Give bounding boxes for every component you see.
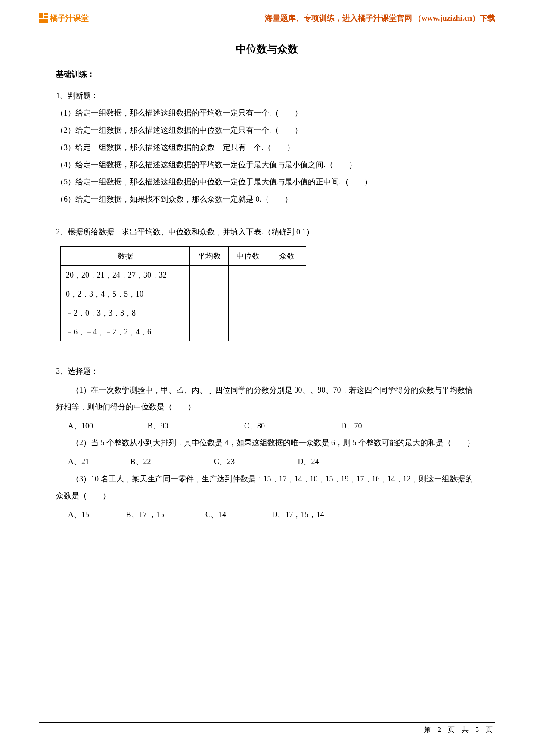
q1-intro: 1、判断题：: [56, 88, 478, 103]
q1-item-2: （2）给定一组数据，那么描述这组数据的中位数一定只有一个.（ ）: [56, 122, 478, 138]
th-median: 中位数: [229, 247, 267, 266]
cell-data: 0，2，3，4，5，5，10: [61, 284, 190, 303]
content-area: 中位数与众数 基础训练： 1、判断题： （1）给定一组数据，那么描述这组数据的平…: [56, 42, 478, 523]
cell-mean: [190, 322, 229, 341]
q2-table: 数据 平均数 中位数 众数 20，20，21，24，27，30，32 0，2，3…: [60, 246, 306, 341]
cell-mean: [190, 284, 229, 303]
opt-b: B、22: [130, 453, 212, 471]
q3-sub1-options: A、100 B、90 C、80 D、70: [56, 418, 478, 435]
cell-data: －6，－4，－2，2，4，6: [61, 322, 190, 341]
cell-mode: [267, 322, 306, 341]
svg-rect-1: [44, 13, 48, 15]
cell-median: [229, 322, 267, 341]
cell-median: [229, 284, 267, 303]
table-row: －2，0，3，3，3，8: [61, 303, 306, 322]
cell-mode: [267, 284, 306, 303]
q1-item-6: （6）给定一组数据，如果找不到众数，那么众数一定就是 0.（ ）: [56, 191, 478, 207]
opt-c: C、14: [205, 506, 270, 524]
q1-item-4: （4）给定一组数据，那么描述这组数据的平均数一定位于最大值与最小值之间.（ ）: [56, 157, 478, 172]
brand: 橘子汁课堂: [39, 13, 89, 23]
cell-median: [229, 303, 267, 322]
opt-d: D、70: [341, 418, 362, 435]
opt-b: B、17 ，15: [126, 506, 204, 524]
page-number: 第 2 页 共 5 页: [424, 726, 495, 733]
q1-item-3: （3）给定一组数据，那么描述这组数据的众数一定只有一个.（ ）: [56, 140, 478, 155]
q3-sub2-options: A、21 B、22 C、23 D、24: [56, 453, 478, 471]
th-data: 数据: [61, 247, 190, 266]
opt-c: C、80: [244, 418, 339, 435]
cell-data: 20，20，21，24，27，30，32: [61, 266, 190, 284]
opt-a: A、15: [68, 506, 124, 524]
page-footer: 第 2 页 共 5 页: [39, 722, 495, 734]
cell-median: [229, 266, 267, 284]
th-mean: 平均数: [190, 247, 229, 266]
logo-icon: [39, 13, 48, 23]
q3-intro: 3、选择题：: [56, 363, 478, 380]
q2-intro: 2、根据所给数据，求出平均数、中位数和众数，并填入下表.（精确到 0.1）: [56, 224, 478, 240]
cell-mean: [190, 303, 229, 322]
q3-sub1-text: （1）在一次数学测验中，甲、乙、丙、丁四位同学的分数分别是 90、、90、70，…: [56, 382, 478, 416]
q3-sub2-text: （2）当 5 个整数从小到大排列，其中位数是 4，如果这组数据的唯一众数是 6，…: [56, 434, 478, 452]
q1-item-5: （5）给定一组数据，那么描述这组数据的中位数一定位于最大值与最小值的正中间.（ …: [56, 174, 478, 190]
table-row: 0，2，3，4，5，5，10: [61, 284, 306, 303]
opt-b: B、90: [148, 418, 242, 435]
opt-d: D、17，15，14: [272, 506, 324, 524]
table-row: －6，－4，－2，2，4，6: [61, 322, 306, 341]
svg-rect-0: [39, 13, 43, 18]
table-row: 20，20，21，24，27，30，32: [61, 266, 306, 284]
q3-block: 3、选择题： （1）在一次数学测验中，甲、乙、丙、丁四位同学的分数分别是 90、…: [56, 363, 478, 523]
cell-mean: [190, 266, 229, 284]
cell-mode: [267, 266, 306, 284]
section-basic-label: 基础训练：: [56, 69, 478, 79]
page-title: 中位数与众数: [56, 42, 478, 56]
opt-a: A、21: [68, 453, 128, 471]
opt-a: A、100: [68, 418, 146, 435]
cell-mode: [267, 303, 306, 322]
opt-d: D、24: [298, 453, 319, 471]
header-right-text: 海量题库、专项训练，进入橘子汁课堂官网 （www.juzizhi.cn）下载: [265, 13, 496, 23]
cell-data: －2，0，3，3，3，8: [61, 303, 190, 322]
svg-rect-2: [44, 16, 48, 18]
brand-text: 橘子汁课堂: [50, 13, 89, 23]
svg-rect-3: [39, 19, 48, 23]
q3-sub3-text: （3）10 名工人，某天生产同一零件，生产达到件数是：15，17，14，10，1…: [56, 471, 478, 505]
opt-c: C、23: [214, 453, 296, 471]
table-header-row: 数据 平均数 中位数 众数: [61, 247, 306, 266]
q1-item-1: （1）给定一组数据，那么描述这组数据的平均数一定只有一个.（ ）: [56, 105, 478, 121]
th-mode: 众数: [267, 247, 306, 266]
page-header: 橘子汁课堂 海量题库、专项训练，进入橘子汁课堂官网 （www.juzizhi.c…: [39, 13, 495, 26]
q3-sub3-options: A、15 B、17 ，15 C、14 D、17，15，14: [56, 506, 478, 524]
